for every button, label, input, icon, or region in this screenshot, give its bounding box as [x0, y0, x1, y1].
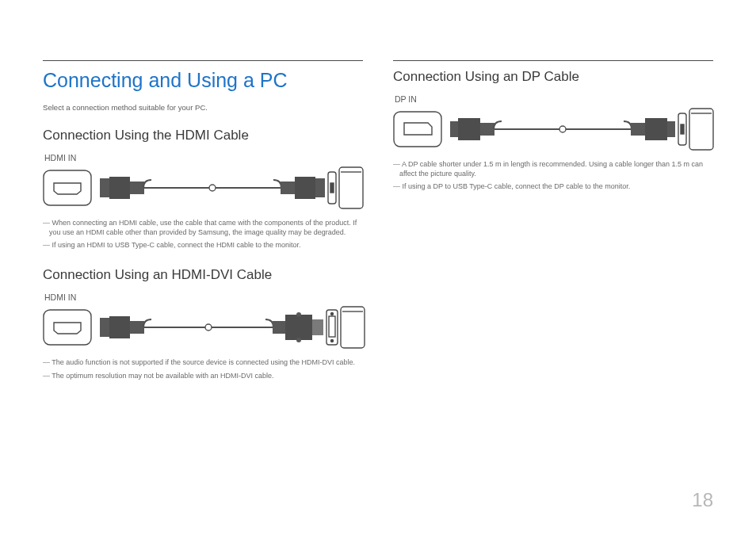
svg-rect-30	[394, 112, 441, 147]
svg-rect-15	[109, 316, 130, 338]
figure-hdmi-cable	[43, 166, 363, 210]
svg-rect-23	[312, 319, 323, 335]
figure-hdmi-dvi-cable	[43, 305, 363, 350]
svg-rect-41	[689, 109, 713, 150]
port-label-dp: DP IN	[395, 94, 713, 104]
port-label-hdmi-dvi: HDMI IN	[44, 292, 363, 302]
svg-rect-19	[273, 321, 285, 334]
figure-dp-cable	[393, 107, 713, 151]
svg-rect-31	[450, 121, 458, 137]
svg-point-26	[331, 313, 334, 315]
svg-rect-6	[281, 182, 295, 194]
svg-rect-0	[44, 170, 91, 205]
intro-text: Select a connection method suitable for …	[43, 103, 363, 112]
svg-point-18	[205, 324, 212, 331]
svg-rect-8	[315, 178, 325, 197]
section-hdmi: Connection Using the HDMI Cable HDMI IN	[43, 128, 363, 250]
section-hdmi-dvi: Connection Using an HDMI-DVI Cable HDMI …	[43, 267, 363, 380]
section-dp: Connection Using an DP Cable DP IN	[393, 69, 713, 191]
svg-rect-20	[285, 315, 312, 340]
svg-rect-13	[44, 310, 91, 345]
svg-rect-33	[480, 123, 494, 136]
note-hdmi-dvi-2: The optimum resolution may not be availa…	[43, 371, 363, 380]
heading-hdmi-dvi: Connection Using an HDMI-DVI Cable	[43, 267, 363, 283]
svg-rect-14	[100, 318, 109, 337]
svg-rect-11	[339, 167, 363, 208]
svg-rect-2	[109, 177, 130, 199]
svg-rect-3	[130, 182, 144, 194]
left-column: Connecting and Using a PC Select a conne…	[43, 43, 363, 384]
svg-rect-16	[130, 321, 144, 334]
svg-rect-28	[341, 307, 365, 348]
section-divider	[43, 60, 363, 61]
two-column-layout: Connecting and Using a PC Select a conne…	[43, 43, 713, 384]
note-dp-2: If using a DP to USB Type-C cable, conne…	[393, 182, 713, 191]
manual-page: Connecting and Using a PC Select a conne…	[0, 0, 756, 535]
svg-rect-38	[667, 121, 675, 137]
svg-point-21	[296, 312, 301, 317]
svg-rect-32	[458, 118, 480, 140]
svg-rect-1	[100, 178, 109, 197]
note-dp-1: A DP cable shorter under 1.5 m in length…	[393, 159, 713, 178]
note-hdmi-2: If using an HDMI to USB Type-C cable, co…	[43, 240, 363, 250]
port-label-hdmi: HDMI IN	[44, 153, 363, 162]
svg-rect-36	[631, 123, 645, 136]
note-hdmi-dvi-1: The audio function is not supported if t…	[43, 357, 363, 367]
page-title: Connecting and Using a PC	[43, 69, 363, 92]
svg-rect-40	[681, 124, 684, 134]
page-number: 18	[692, 489, 713, 511]
heading-dp: Connection Using an DP Cable	[393, 69, 713, 85]
svg-point-35	[559, 126, 566, 132]
svg-rect-7	[295, 177, 315, 199]
heading-hdmi: Connection Using the HDMI Cable	[43, 128, 363, 143]
section-divider	[393, 60, 713, 61]
svg-rect-37	[645, 118, 667, 140]
note-hdmi-1: When connecting an HDMI cable, use the c…	[43, 218, 363, 237]
svg-point-5	[209, 185, 216, 191]
svg-point-22	[296, 338, 301, 342]
svg-rect-25	[329, 316, 335, 337]
right-column: Connection Using an DP Cable DP IN	[393, 43, 713, 384]
svg-point-27	[331, 340, 334, 342]
svg-rect-10	[330, 183, 334, 193]
